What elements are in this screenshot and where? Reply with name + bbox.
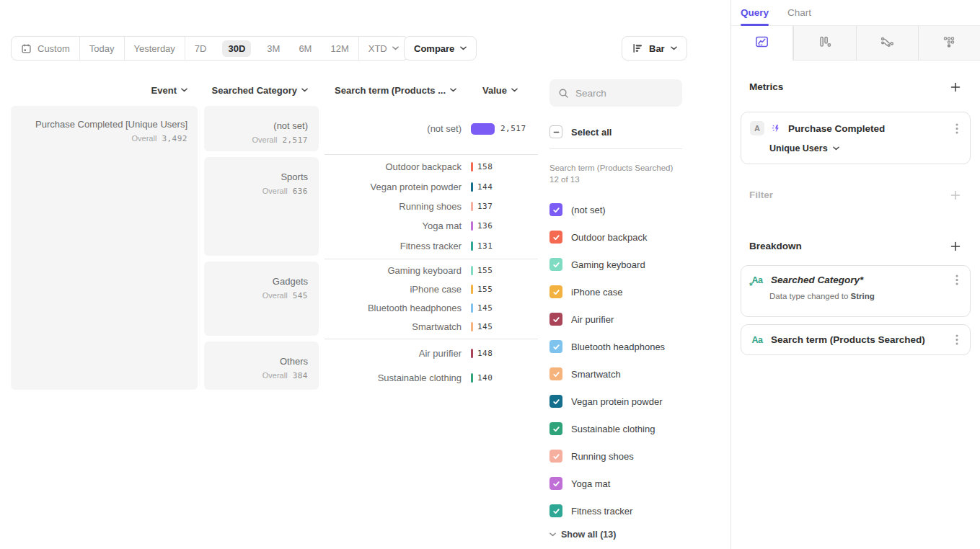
category-cell[interactable]: OthersOverall384 bbox=[204, 342, 319, 390]
value-bar bbox=[471, 303, 473, 313]
icon-tab-flows[interactable] bbox=[856, 26, 918, 61]
select-all-checkbox[interactable] bbox=[549, 125, 562, 138]
chevron-down-icon bbox=[392, 46, 399, 50]
category-cell[interactable]: GadgetsOverall545 bbox=[204, 262, 319, 336]
filter-item[interactable]: Air purifier bbox=[549, 313, 682, 326]
add-metric-button[interactable] bbox=[950, 82, 961, 92]
term-row[interactable]: Running shoes137 bbox=[325, 197, 538, 216]
value-bar bbox=[471, 221, 473, 231]
filter-item-checkbox[interactable] bbox=[549, 258, 562, 271]
add-filter-button[interactable] bbox=[950, 190, 961, 200]
filter-item-checkbox[interactable] bbox=[549, 422, 562, 435]
filter-item-checkbox[interactable] bbox=[549, 395, 562, 408]
kebab-menu-icon[interactable] bbox=[955, 123, 958, 134]
term-row[interactable]: Vegan protein powder144 bbox=[325, 177, 538, 196]
icon-tab-funnels[interactable] bbox=[793, 26, 855, 61]
aggregation-select[interactable]: Unique Users bbox=[769, 143, 970, 153]
search-input[interactable] bbox=[575, 88, 674, 99]
term-row[interactable]: Yoga mat136 bbox=[325, 216, 538, 236]
compare-button[interactable]: Compare bbox=[404, 36, 477, 61]
kebab-menu-icon[interactable] bbox=[955, 334, 958, 345]
date-range-6m[interactable]: 6M bbox=[289, 37, 321, 60]
select-all-row[interactable]: Select all bbox=[549, 125, 682, 138]
filter-item[interactable]: Sustainable clothing bbox=[549, 422, 682, 435]
term-row[interactable]: Gaming keyboard155 bbox=[325, 262, 538, 280]
tab-chart[interactable]: Chart bbox=[787, 0, 811, 25]
filter-item-label: Gaming keyboard bbox=[571, 259, 645, 270]
filter-item[interactable]: Fitness tracker bbox=[549, 504, 682, 517]
date-range-7d[interactable]: 7D bbox=[185, 37, 216, 60]
filter-item-label: Yoga mat bbox=[571, 478, 610, 489]
tab-query[interactable]: Query bbox=[741, 0, 769, 25]
filter-item[interactable]: Bluetooth headphones bbox=[549, 340, 682, 353]
property-type-icon bbox=[750, 335, 764, 345]
icon-tab-retention[interactable] bbox=[918, 26, 980, 61]
event-cell[interactable]: Purchase Completed [Unique Users] Overal… bbox=[11, 106, 198, 390]
column-header-category[interactable]: Searched Category bbox=[204, 85, 319, 96]
kebab-menu-icon[interactable] bbox=[955, 274, 958, 285]
category-cell[interactable]: SportsOverall636 bbox=[204, 157, 319, 256]
term-row[interactable]: Air purifier148 bbox=[325, 342, 538, 366]
metric-letter-badge: A bbox=[750, 121, 764, 135]
filter-item-checkbox[interactable] bbox=[549, 367, 562, 380]
term-row[interactable]: Smartwatch145 bbox=[325, 317, 538, 336]
date-range-today[interactable]: Today bbox=[80, 37, 124, 60]
category-cell[interactable]: (not set)Overall2,517 bbox=[204, 106, 319, 151]
filter-item[interactable]: Gaming keyboard bbox=[549, 258, 682, 271]
icon-tab-insights[interactable] bbox=[731, 26, 793, 61]
term-value: 137 bbox=[477, 202, 493, 211]
filter-item[interactable]: (not set) bbox=[549, 203, 682, 216]
filter-item-checkbox[interactable] bbox=[549, 231, 562, 244]
term-value: 145 bbox=[477, 303, 493, 313]
value-bar bbox=[471, 285, 473, 294]
filter-heading: Filter bbox=[749, 189, 773, 200]
term-row[interactable]: Outdoor backpack158 bbox=[325, 157, 538, 177]
bar-chart: Event Searched Category Search term (Pro… bbox=[11, 81, 538, 390]
term-row[interactable]: (not set)2,517 bbox=[325, 106, 538, 151]
filter-item[interactable]: Smartwatch bbox=[549, 367, 682, 380]
term-row[interactable]: Sustainable clothing140 bbox=[325, 366, 538, 390]
terms-column: (not set)2,517Outdoor backpack158Vegan p… bbox=[325, 106, 538, 390]
filter-item-checkbox[interactable] bbox=[549, 340, 562, 353]
filter-item-checkbox[interactable] bbox=[549, 285, 562, 298]
chart-type-select[interactable]: Bar bbox=[622, 36, 687, 61]
filter-item-checkbox[interactable] bbox=[549, 450, 562, 463]
show-all-button[interactable]: Show all (13) bbox=[549, 530, 682, 540]
column-header-search-term[interactable]: Search term (Products ... bbox=[325, 85, 456, 96]
breakdown-card[interactable]: Search term (Products Searched) bbox=[741, 324, 971, 355]
chevron-down-icon bbox=[511, 88, 518, 92]
date-range-yesterday[interactable]: Yesterday bbox=[125, 37, 185, 60]
term-value: 2,517 bbox=[500, 124, 526, 133]
filter-item[interactable]: Vegan protein powder bbox=[549, 395, 682, 408]
value-bar bbox=[471, 123, 495, 135]
date-range-12m[interactable]: 12M bbox=[321, 37, 358, 60]
chevron-down-icon bbox=[460, 46, 467, 50]
date-range-custom[interactable]: Custom bbox=[12, 37, 79, 60]
term-row[interactable]: iPhone case155 bbox=[325, 280, 538, 299]
filter-item[interactable]: Outdoor backpack bbox=[549, 231, 682, 244]
filter-item-label: Vegan protein powder bbox=[571, 396, 662, 407]
breakdown-card[interactable]: Searched Category* Data type changed to … bbox=[741, 265, 971, 317]
column-header-value[interactable]: Value bbox=[456, 85, 538, 96]
chevron-down-icon bbox=[549, 532, 556, 537]
date-range-30d[interactable]: 30D bbox=[216, 37, 257, 60]
term-row[interactable]: Bluetooth headphones145 bbox=[325, 299, 538, 318]
filter-item-checkbox[interactable] bbox=[549, 313, 562, 326]
chevron-down-icon bbox=[671, 46, 677, 50]
filter-item-label: Air purifier bbox=[571, 314, 614, 325]
filter-items: (not set)Outdoor backpackGaming keyboard… bbox=[549, 203, 682, 517]
metric-card[interactable]: A Purchase Completed Unique Users bbox=[741, 112, 971, 164]
filter-item[interactable]: iPhone case bbox=[549, 285, 682, 298]
term-row[interactable]: Fitness tracker131 bbox=[325, 236, 538, 256]
filter-item-checkbox[interactable] bbox=[549, 504, 562, 517]
date-range-3m[interactable]: 3M bbox=[257, 37, 289, 60]
column-header-event[interactable]: Event bbox=[11, 85, 198, 96]
date-range-xtd[interactable]: XTD bbox=[359, 37, 408, 60]
filter-item[interactable]: Running shoes bbox=[549, 450, 682, 463]
filter-item[interactable]: Yoga mat bbox=[549, 477, 682, 490]
term-value: 148 bbox=[477, 349, 493, 358]
select-all-label: Select all bbox=[571, 127, 612, 138]
filter-item-checkbox[interactable] bbox=[549, 477, 562, 490]
add-breakdown-button[interactable] bbox=[950, 241, 961, 251]
filter-item-checkbox[interactable] bbox=[549, 203, 562, 216]
